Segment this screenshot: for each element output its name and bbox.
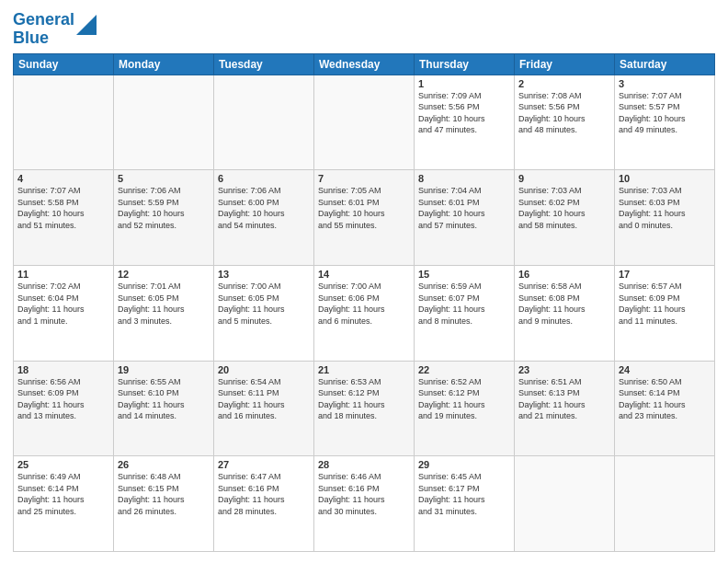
- weekday-header-wednesday: Wednesday: [314, 53, 415, 75]
- day-info: Sunrise: 6:51 AMSunset: 6:13 PMDaylight:…: [518, 376, 610, 422]
- calendar-cell: 3Sunrise: 7:07 AMSunset: 5:57 PMDaylight…: [615, 75, 715, 170]
- calendar-cell: 29Sunrise: 6:45 AMSunset: 6:17 PMDayligh…: [415, 456, 515, 552]
- day-number: 16: [518, 269, 610, 280]
- calendar-cell: 5Sunrise: 7:06 AMSunset: 5:59 PMDaylight…: [114, 170, 214, 266]
- day-number: 13: [218, 269, 310, 280]
- calendar-cell: 12Sunrise: 7:01 AMSunset: 6:05 PMDayligh…: [114, 265, 214, 361]
- day-number: 22: [418, 364, 510, 375]
- day-info: Sunrise: 7:02 AMSunset: 6:04 PMDaylight:…: [17, 281, 109, 327]
- day-info: Sunrise: 7:03 AMSunset: 6:03 PMDaylight:…: [619, 185, 711, 231]
- calendar-cell: 20Sunrise: 6:54 AMSunset: 6:11 PMDayligh…: [214, 361, 314, 456]
- day-info: Sunrise: 6:53 AMSunset: 6:12 PMDaylight:…: [318, 376, 410, 422]
- day-number: 9: [518, 173, 610, 184]
- weekday-header-sunday: Sunday: [14, 53, 114, 75]
- calendar-cell: 14Sunrise: 7:00 AMSunset: 6:06 PMDayligh…: [314, 265, 415, 361]
- day-number: 26: [118, 459, 210, 470]
- calendar-week-4: 18Sunrise: 6:56 AMSunset: 6:09 PMDayligh…: [14, 361, 715, 456]
- day-info: Sunrise: 6:56 AMSunset: 6:09 PMDaylight:…: [17, 376, 109, 422]
- day-number: 7: [318, 173, 410, 184]
- day-info: Sunrise: 7:06 AMSunset: 6:00 PMDaylight:…: [218, 185, 310, 231]
- calendar-cell: [114, 75, 214, 170]
- calendar-cell: 26Sunrise: 6:48 AMSunset: 6:15 PMDayligh…: [114, 456, 214, 552]
- calendar-cell: 23Sunrise: 6:51 AMSunset: 6:13 PMDayligh…: [515, 361, 615, 456]
- calendar-cell: 17Sunrise: 6:57 AMSunset: 6:09 PMDayligh…: [615, 265, 715, 361]
- day-number: 8: [418, 173, 510, 184]
- day-number: 18: [17, 364, 109, 375]
- logo: General Blue: [13, 11, 97, 48]
- day-info: Sunrise: 6:49 AMSunset: 6:14 PMDaylight:…: [17, 471, 109, 517]
- calendar-cell: 7Sunrise: 7:05 AMSunset: 6:01 PMDaylight…: [314, 170, 415, 266]
- calendar-week-5: 25Sunrise: 6:49 AMSunset: 6:14 PMDayligh…: [14, 456, 715, 552]
- day-info: Sunrise: 7:05 AMSunset: 6:01 PMDaylight:…: [318, 185, 410, 231]
- logo-text: General Blue: [13, 11, 74, 48]
- day-info: Sunrise: 6:48 AMSunset: 6:15 PMDaylight:…: [118, 471, 210, 517]
- day-number: 15: [418, 269, 510, 280]
- day-info: Sunrise: 7:03 AMSunset: 6:02 PMDaylight:…: [518, 185, 610, 231]
- calendar-cell: [515, 456, 615, 552]
- day-info: Sunrise: 6:47 AMSunset: 6:16 PMDaylight:…: [218, 471, 310, 517]
- calendar-cell: 4Sunrise: 7:07 AMSunset: 5:58 PMDaylight…: [14, 170, 114, 266]
- calendar-cell: 9Sunrise: 7:03 AMSunset: 6:02 PMDaylight…: [515, 170, 615, 266]
- weekday-header-thursday: Thursday: [415, 53, 515, 75]
- day-info: Sunrise: 7:00 AMSunset: 6:05 PMDaylight:…: [218, 281, 310, 327]
- calendar-cell: 2Sunrise: 7:08 AMSunset: 5:56 PMDaylight…: [515, 75, 615, 170]
- day-number: 28: [318, 459, 410, 470]
- calendar-cell: 22Sunrise: 6:52 AMSunset: 6:12 PMDayligh…: [415, 361, 515, 456]
- calendar-header-row: SundayMondayTuesdayWednesdayThursdayFrid…: [14, 53, 715, 75]
- calendar-cell: 6Sunrise: 7:06 AMSunset: 6:00 PMDaylight…: [214, 170, 314, 266]
- page: General Blue SundayMondayTuesdayWednesda…: [0, 0, 728, 563]
- day-info: Sunrise: 7:04 AMSunset: 6:01 PMDaylight:…: [418, 185, 510, 231]
- weekday-header-saturday: Saturday: [615, 53, 715, 75]
- calendar-cell: 16Sunrise: 6:58 AMSunset: 6:08 PMDayligh…: [515, 265, 615, 361]
- weekday-header-tuesday: Tuesday: [214, 53, 314, 75]
- day-info: Sunrise: 6:54 AMSunset: 6:11 PMDaylight:…: [218, 376, 310, 422]
- calendar-cell: 10Sunrise: 7:03 AMSunset: 6:03 PMDayligh…: [615, 170, 715, 266]
- weekday-header-monday: Monday: [114, 53, 214, 75]
- svg-marker-0: [76, 15, 97, 35]
- day-number: 24: [619, 364, 711, 375]
- day-info: Sunrise: 7:06 AMSunset: 5:59 PMDaylight:…: [118, 185, 210, 231]
- calendar-cell: [14, 75, 114, 170]
- day-info: Sunrise: 6:55 AMSunset: 6:10 PMDaylight:…: [118, 376, 210, 422]
- calendar-cell: 28Sunrise: 6:46 AMSunset: 6:16 PMDayligh…: [314, 456, 415, 552]
- day-info: Sunrise: 7:00 AMSunset: 6:06 PMDaylight:…: [318, 281, 410, 327]
- day-number: 29: [418, 459, 510, 470]
- calendar-cell: [615, 456, 715, 552]
- day-info: Sunrise: 6:45 AMSunset: 6:17 PMDaylight:…: [418, 471, 510, 517]
- calendar-table: SundayMondayTuesdayWednesdayThursdayFrid…: [13, 53, 715, 552]
- day-number: 11: [17, 269, 109, 280]
- day-info: Sunrise: 6:58 AMSunset: 6:08 PMDaylight:…: [518, 281, 610, 327]
- day-number: 10: [619, 173, 711, 184]
- logo-general: General: [13, 10, 74, 29]
- calendar-cell: 1Sunrise: 7:09 AMSunset: 5:56 PMDaylight…: [415, 75, 515, 170]
- day-info: Sunrise: 7:01 AMSunset: 6:05 PMDaylight:…: [118, 281, 210, 327]
- calendar-cell: [214, 75, 314, 170]
- calendar-cell: 21Sunrise: 6:53 AMSunset: 6:12 PMDayligh…: [314, 361, 415, 456]
- day-number: 4: [17, 173, 109, 184]
- day-number: 5: [118, 173, 210, 184]
- calendar-cell: 27Sunrise: 6:47 AMSunset: 6:16 PMDayligh…: [214, 456, 314, 552]
- logo-blue: Blue: [13, 29, 49, 47]
- day-number: 25: [17, 459, 109, 470]
- day-info: Sunrise: 6:52 AMSunset: 6:12 PMDaylight:…: [418, 376, 510, 422]
- day-info: Sunrise: 7:07 AMSunset: 5:58 PMDaylight:…: [17, 185, 109, 231]
- calendar-cell: 19Sunrise: 6:55 AMSunset: 6:10 PMDayligh…: [114, 361, 214, 456]
- day-number: 23: [518, 364, 610, 375]
- logo-icon: [76, 15, 97, 35]
- header: General Blue: [13, 11, 715, 48]
- calendar-cell: 11Sunrise: 7:02 AMSunset: 6:04 PMDayligh…: [14, 265, 114, 361]
- day-number: 2: [518, 78, 610, 89]
- calendar-week-2: 4Sunrise: 7:07 AMSunset: 5:58 PMDaylight…: [14, 170, 715, 266]
- calendar-cell: 25Sunrise: 6:49 AMSunset: 6:14 PMDayligh…: [14, 456, 114, 552]
- day-info: Sunrise: 6:59 AMSunset: 6:07 PMDaylight:…: [418, 281, 510, 327]
- day-number: 20: [218, 364, 310, 375]
- day-info: Sunrise: 7:07 AMSunset: 5:57 PMDaylight:…: [619, 90, 711, 136]
- calendar-week-1: 1Sunrise: 7:09 AMSunset: 5:56 PMDaylight…: [14, 75, 715, 170]
- day-number: 3: [619, 78, 711, 89]
- day-number: 21: [318, 364, 410, 375]
- calendar-cell: 8Sunrise: 7:04 AMSunset: 6:01 PMDaylight…: [415, 170, 515, 266]
- day-info: Sunrise: 7:08 AMSunset: 5:56 PMDaylight:…: [518, 90, 610, 136]
- calendar-cell: [314, 75, 415, 170]
- calendar-cell: 15Sunrise: 6:59 AMSunset: 6:07 PMDayligh…: [415, 265, 515, 361]
- day-number: 6: [218, 173, 310, 184]
